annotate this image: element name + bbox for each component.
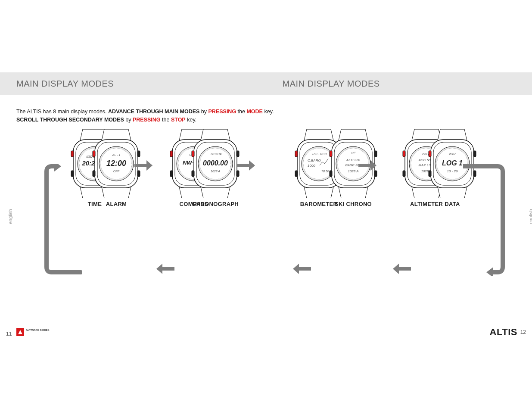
intro-scroll: SCROLL THROUGH SECONDARY MODES xyxy=(16,117,124,123)
product-name: ALTIS xyxy=(490,327,517,338)
svg-marker-96 xyxy=(486,267,493,276)
svg-text:10°: 10° xyxy=(351,152,356,155)
mode-label: SKI CHRONO xyxy=(319,201,388,207)
svg-rect-65 xyxy=(330,151,332,157)
arrow-left-icon xyxy=(156,263,175,275)
svg-text:1000: 1000 xyxy=(308,164,315,168)
page-footer: 11 ALTIWARE SERIES ALTIS 12 xyxy=(0,327,532,345)
intro-advance: ADVANCE THROUGH MAIN MODES xyxy=(108,109,199,115)
svg-rect-66 xyxy=(330,171,332,177)
svg-marker-91 xyxy=(156,264,162,274)
svg-rect-84 xyxy=(134,164,146,167)
svg-marker-89 xyxy=(370,160,376,171)
page-number-left: 11 xyxy=(6,331,12,337)
section-heading-left: MAIN DISPLAY MODES xyxy=(0,72,266,95)
svg-rect-45 xyxy=(137,151,140,157)
svg-rect-55 xyxy=(192,171,194,177)
svg-rect-19 xyxy=(295,151,298,157)
svg-text:12:00: 12:00 xyxy=(106,159,126,168)
watch-skichrono: 10° ALTI 220 BASE 300 1028 A SKI CHRONO xyxy=(319,129,388,207)
connector-left-up xyxy=(43,164,82,276)
arrow-left-icon xyxy=(293,263,312,275)
svg-rect-31 xyxy=(403,151,405,157)
intro-text: The ALTIS has 8 main display modes. xyxy=(16,109,108,115)
svg-rect-32 xyxy=(403,171,405,177)
svg-marker-85 xyxy=(146,160,152,171)
section-heading-right: MAIN DISPLAY MODES xyxy=(266,72,532,95)
svg-marker-87 xyxy=(249,160,255,171)
arrow-left-icon xyxy=(393,263,412,275)
svg-marker-97 xyxy=(54,164,61,171)
svg-text:2007: 2007 xyxy=(448,153,456,156)
arrow-right-icon xyxy=(358,159,376,171)
svg-text:OFF: OFF xyxy=(113,170,120,173)
svg-marker-95 xyxy=(393,264,399,274)
svg-rect-9 xyxy=(170,171,173,177)
svg-rect-8 xyxy=(170,151,173,157)
mode-label: CHRONOGRAPH xyxy=(181,201,250,207)
intro-mode-key: MODE xyxy=(246,109,263,115)
svg-text:00'00.00: 00'00.00 xyxy=(211,153,222,156)
svg-text:1028 A: 1028 A xyxy=(211,170,220,173)
section-header-band: MAIN DISPLAY MODES MAIN DISPLAY MODES xyxy=(0,72,532,95)
svg-rect-68 xyxy=(374,171,377,177)
svg-marker-93 xyxy=(293,264,299,274)
svg-rect-77 xyxy=(429,151,431,157)
svg-text:1028 A: 1028 A xyxy=(348,169,358,173)
page-number-right: 12 xyxy=(520,329,526,335)
svg-text:AL - 1: AL - 1 xyxy=(112,153,121,156)
svg-rect-43 xyxy=(93,151,95,157)
connector-right-down xyxy=(463,164,506,276)
svg-rect-90 xyxy=(162,267,174,271)
intro-paragraph: The ALTIS has 8 main display modes. ADVA… xyxy=(16,108,274,124)
svg-rect-46 xyxy=(137,171,140,177)
arrow-right-icon xyxy=(236,159,255,171)
svg-rect-78 xyxy=(429,171,431,177)
svg-rect-57 xyxy=(236,171,239,177)
svg-rect-86 xyxy=(237,164,249,167)
brand-logo-icon xyxy=(16,328,24,336)
svg-rect-88 xyxy=(358,164,370,167)
svg-rect-44 xyxy=(93,171,95,177)
arrow-right-icon xyxy=(134,159,152,171)
svg-rect-94 xyxy=(399,267,411,271)
svg-rect-56 xyxy=(236,151,239,157)
svg-text:10 - 29: 10 - 29 xyxy=(447,169,458,173)
svg-marker-98 xyxy=(18,330,22,334)
button-left-upper xyxy=(71,151,74,157)
brand-series-text: ALTIWARE SERIES xyxy=(26,329,50,332)
svg-rect-20 xyxy=(295,171,298,177)
svg-text:0000.00: 0000.00 xyxy=(203,159,228,167)
mode-cycle-diagram: WED DEC 25 20:28.38 26.4°C TIME COMP NW-… xyxy=(0,129,532,323)
svg-rect-92 xyxy=(299,267,311,271)
mode-label: ALARM xyxy=(82,201,151,207)
svg-rect-79 xyxy=(473,151,476,157)
intro-stop-key: STOP xyxy=(171,117,186,123)
intro-pressing-2: PRESSING xyxy=(133,117,161,123)
svg-rect-67 xyxy=(374,151,377,157)
svg-text:LOG 1: LOG 1 xyxy=(442,159,463,167)
intro-pressing-1: PRESSING xyxy=(208,109,236,115)
svg-rect-54 xyxy=(192,151,194,157)
